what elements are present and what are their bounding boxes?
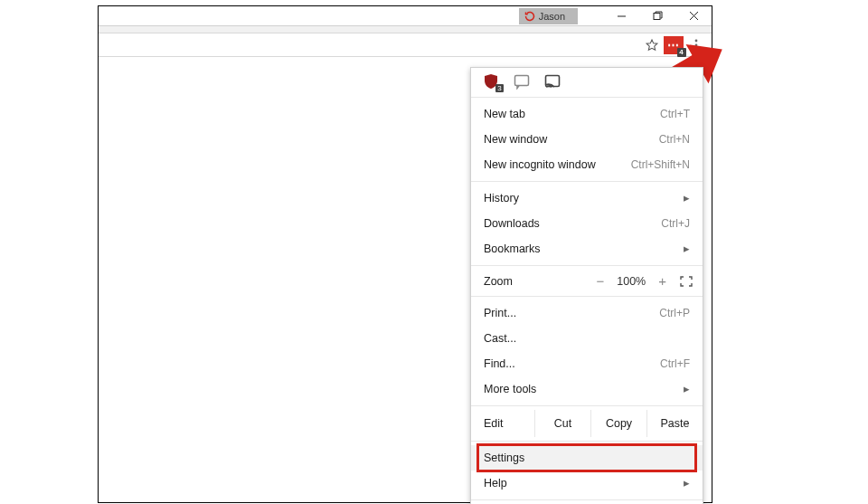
profile-button[interactable]: Jason: [519, 8, 578, 24]
title-bar: Jason: [99, 6, 712, 26]
menu-item-settings[interactable]: Settings: [471, 445, 703, 471]
menu-item-label: Help: [484, 476, 507, 490]
maximize-button[interactable]: [639, 6, 675, 25]
zoom-value: 100%: [617, 275, 646, 288]
edit-copy-button[interactable]: Copy: [590, 410, 646, 437]
menu-item-label: Downloads: [484, 216, 540, 231]
browser-window: Jason ⋯ 4: [98, 5, 712, 503]
menu-item-bookmarks[interactable]: Bookmarks ▸: [471, 236, 703, 262]
menu-item-edit: Edit Cut Copy Paste: [471, 410, 703, 437]
menu-item-label: Cast...: [484, 331, 516, 346]
tab-strip: [99, 26, 712, 33]
menu-item-shortcut: Ctrl+Shift+N: [631, 157, 690, 172]
menu-item-history[interactable]: History ▸: [471, 185, 703, 211]
menu-item-label: Settings: [484, 451, 524, 465]
chevron-right-icon: ▸: [684, 382, 690, 396]
zoom-label: Zoom: [484, 275, 554, 288]
menu-item-shortcut: Ctrl+J: [661, 216, 690, 231]
menu-separator: [471, 97, 703, 98]
menu-separator: [471, 405, 703, 406]
menu-item-new-tab[interactable]: New tab Ctrl+T: [471, 101, 703, 127]
extension-badge: 4: [677, 48, 686, 57]
zoom-out-button[interactable]: −: [596, 273, 604, 289]
svg-point-3: [695, 48, 698, 51]
menu-item-label: Print...: [484, 306, 516, 320]
profile-name: Jason: [539, 11, 565, 22]
chevron-right-icon: ▸: [684, 476, 690, 490]
menu-item-print[interactable]: Print... Ctrl+P: [471, 300, 703, 326]
menu-item-help[interactable]: Help ▸: [471, 471, 703, 496]
fullscreen-icon[interactable]: [679, 275, 693, 288]
menu-separator: [471, 441, 703, 442]
ublock-badge: 3: [495, 84, 504, 92]
cast-icon[interactable]: [543, 73, 561, 90]
menu-item-more-tools[interactable]: More tools ▸: [471, 376, 703, 402]
minimize-button[interactable]: [603, 6, 639, 25]
menu-button[interactable]: [686, 36, 706, 54]
chevron-right-icon: ▸: [684, 191, 690, 205]
ublock-icon[interactable]: 3: [482, 73, 500, 90]
edit-paste-button[interactable]: Paste: [646, 410, 703, 437]
menu-item-downloads[interactable]: Downloads Ctrl+J: [471, 211, 703, 236]
menu-item-new-window[interactable]: New window Ctrl+N: [471, 127, 703, 152]
toolbar: ⋯ 4: [99, 33, 712, 57]
menu-icon-row: 3: [471, 68, 703, 93]
minimize-icon: [617, 11, 627, 21]
close-button[interactable]: [675, 6, 712, 25]
menu-item-cast[interactable]: Cast...: [471, 326, 703, 351]
kebab-icon: [694, 39, 698, 52]
menu-item-label: History: [484, 191, 519, 205]
maximize-icon: [653, 11, 663, 21]
menu-item-shortcut: Ctrl+P: [659, 306, 690, 320]
extension-button[interactable]: ⋯ 4: [664, 36, 684, 54]
menu-item-label: New window: [484, 132, 547, 147]
edit-cut-button[interactable]: Cut: [534, 410, 590, 437]
menu-item-shortcut: Ctrl+N: [659, 132, 690, 147]
svg-point-2: [695, 43, 698, 46]
profile-loop-icon: [524, 11, 535, 22]
menu-item-incognito[interactable]: New incognito window Ctrl+Shift+N: [471, 152, 703, 177]
edit-label: Edit: [471, 410, 534, 437]
menu-item-label: More tools: [484, 382, 536, 396]
star-icon[interactable]: [645, 38, 659, 52]
menu-item-shortcut: Ctrl+T: [660, 107, 690, 121]
svg-point-1: [695, 39, 698, 42]
menu-separator: [471, 296, 703, 297]
menu-separator: [471, 265, 703, 266]
menu-item-label: Find...: [484, 357, 515, 371]
menu-item-label: New tab: [484, 107, 525, 121]
zoom-in-button[interactable]: +: [658, 273, 666, 289]
menu-item-label: Bookmarks: [484, 242, 541, 256]
menu-separator: [471, 499, 703, 500]
menu-item-zoom: Zoom − 100% +: [471, 270, 703, 292]
menu-separator: [471, 181, 703, 182]
svg-rect-4: [515, 76, 529, 86]
close-icon: [689, 11, 699, 21]
chevron-right-icon: ▸: [684, 242, 690, 256]
svg-rect-0: [654, 14, 660, 20]
menu-item-find[interactable]: Find... Ctrl+F: [471, 351, 703, 376]
menu-item-shortcut: Ctrl+F: [660, 357, 690, 371]
menu-item-label: New incognito window: [484, 157, 596, 172]
chat-icon[interactable]: [513, 73, 531, 90]
main-menu: 3 New tab Ctrl+T New window Ctrl+N New i…: [470, 67, 703, 504]
